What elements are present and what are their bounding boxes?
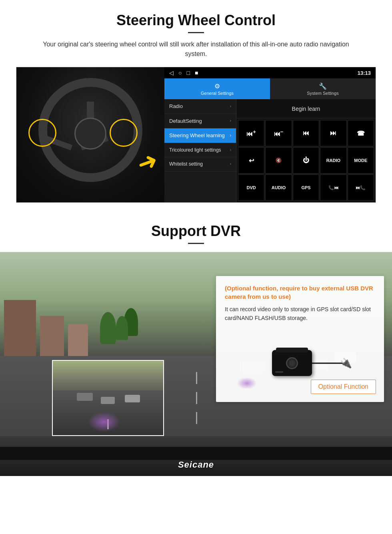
btn-next-call[interactable]: ⏭📞: [348, 174, 374, 201]
dvr-info-box: (Optional function, require to buy exter…: [216, 276, 384, 402]
steering-wheel-image: ➜: [16, 67, 164, 203]
menu-item-whitelist[interactable]: Whitelist setting ›: [164, 157, 236, 171]
dvr-section: Support DVR: [0, 211, 392, 523]
menu-item-steering-learning[interactable]: Steering Wheel learning ›: [164, 128, 236, 143]
nav-home-icon[interactable]: ○: [178, 70, 182, 76]
highlight-circle-left: [28, 119, 56, 147]
menu-tricoloured-chevron: ›: [230, 148, 231, 152]
status-bar-left: ◁ ○ □ ■: [169, 70, 198, 76]
btn-call[interactable]: ☎: [348, 120, 374, 146]
tab-general-settings[interactable]: ⚙ General Settings: [164, 78, 270, 99]
thumb-car-3: [125, 395, 140, 402]
dvr-cam-detail: [275, 371, 283, 373]
steering-buttons-grid: ⏮+ ⏮− ⏮ ⏭ ☎ ↩ 🔇 ⏻ RADIO MODE DVD AUDIO G…: [236, 118, 376, 202]
usb-plug-icon: 🔌: [340, 358, 352, 369]
car-interior: [0, 436, 392, 476]
dvr-camera-device: 🔌: [272, 350, 312, 376]
road-line-1: [196, 372, 197, 384]
dvr-cable: [308, 362, 344, 364]
road-line-2: [196, 392, 197, 404]
seicane-brand: Seicane: [178, 460, 214, 470]
system-icon: 🔧: [319, 82, 327, 90]
dvr-title-divider: [188, 243, 204, 244]
dvr-glow-effect: [88, 412, 120, 432]
nav-menu-icon[interactable]: ■: [195, 70, 198, 76]
btn-power[interactable]: ⏻: [293, 147, 319, 174]
btn-call-prev[interactable]: 📞⏮: [320, 174, 346, 201]
btn-next-track[interactable]: ⏭: [320, 120, 346, 146]
menu-radio-chevron: ›: [230, 104, 231, 109]
menu-whitelist-chevron: ›: [230, 162, 231, 166]
thumb-car-1: [77, 393, 93, 401]
tree-1: [100, 312, 116, 344]
begin-learn-area: Begin learn: [236, 99, 376, 118]
menu-item-tricoloured[interactable]: Tricoloured light settings ›: [164, 143, 236, 157]
dvr-optional-text: (Optional function, require to buy exter…: [225, 284, 375, 301]
btn-audio[interactable]: AUDIO: [265, 174, 292, 201]
optional-function-badge[interactable]: Optional Function: [311, 380, 376, 394]
tab-general-label: General Settings: [201, 91, 234, 96]
menu-item-radio[interactable]: Radio ›: [164, 99, 236, 114]
dvr-scene: Seicane (Optional function, require to b…: [0, 252, 392, 476]
tab-system-settings[interactable]: 🔧 System Settings: [270, 78, 376, 99]
nav-back-icon[interactable]: ◁: [169, 70, 174, 76]
steering-subtitle: Your original car's steering wheel contr…: [32, 40, 360, 59]
head-unit-right-panel: Begin learn ⏮+ ⏮− ⏮ ⏭ ☎ ↩ 🔇 ⏻ RADIO MODE…: [236, 99, 376, 202]
menu-default-label: DefaultSetting: [169, 118, 202, 124]
btn-mode[interactable]: MODE: [348, 147, 374, 174]
nav-recents-icon[interactable]: □: [186, 70, 190, 76]
menu-tricoloured-label: Tricoloured light settings: [169, 147, 221, 153]
car-dashboard: [0, 446, 392, 460]
btn-vol-up[interactable]: ⏮+: [238, 120, 264, 146]
dvr-cam-body: [272, 350, 312, 376]
btn-radio[interactable]: RADIO: [320, 147, 346, 174]
btn-gps[interactable]: GPS: [293, 174, 319, 201]
tab-system-label: System Settings: [307, 91, 338, 96]
road-line-3: [196, 412, 197, 424]
menu-steering-label: Steering Wheel learning: [169, 132, 225, 139]
steering-section: Steering Wheel Control Your original car…: [0, 0, 392, 211]
title-divider: [188, 32, 204, 33]
dvr-cam-top: [276, 348, 308, 352]
status-time: 13:13: [358, 70, 371, 76]
dvr-cam-lens: [286, 357, 298, 369]
steering-title: Steering Wheel Control: [16, 12, 376, 29]
head-unit-tabs: ⚙ General Settings 🔧 System Settings: [164, 78, 376, 99]
btn-hang-up[interactable]: ↩: [238, 147, 264, 174]
menu-default-chevron: ›: [230, 118, 231, 123]
btn-mute[interactable]: 🔇: [265, 147, 292, 174]
head-unit-menu: Radio › DefaultSetting › Steering Wheel …: [164, 99, 236, 202]
dvr-header: Support DVR: [0, 211, 392, 252]
begin-learn-label[interactable]: Begin learn: [292, 106, 320, 112]
status-bar: ◁ ○ □ ■ 13:13: [164, 67, 376, 78]
settings-gear-icon: ⚙: [214, 82, 220, 90]
thumb-car-2: [101, 397, 115, 404]
menu-item-default-setting[interactable]: DefaultSetting ›: [164, 114, 236, 129]
dvr-description: It can record video only to storage in G…: [225, 305, 375, 323]
btn-prev-track[interactable]: ⏮: [293, 120, 319, 146]
menu-whitelist-label: Whitelist setting: [169, 161, 203, 167]
camera-glow: [237, 377, 257, 389]
menu-steering-chevron: ›: [230, 133, 231, 138]
btn-dvd[interactable]: DVD: [238, 174, 264, 201]
head-unit-panel: ◁ ○ □ ■ 13:13 ⚙ General Settings 🔧 Syste…: [164, 67, 376, 202]
dvr-title: Support DVR: [16, 223, 376, 240]
head-unit-content: Radio › DefaultSetting › Steering Wheel …: [164, 99, 376, 202]
tree-3: [116, 316, 128, 340]
steering-wheel-hub: [74, 118, 106, 150]
arrow-indicator: ➜: [133, 146, 161, 179]
btn-vol-down[interactable]: ⏮−: [265, 120, 292, 146]
steering-demo: ➜ ◁ ○ □ ■ 13:13 ⚙ General Settings: [16, 67, 376, 203]
menu-radio-label: Radio: [169, 103, 183, 110]
